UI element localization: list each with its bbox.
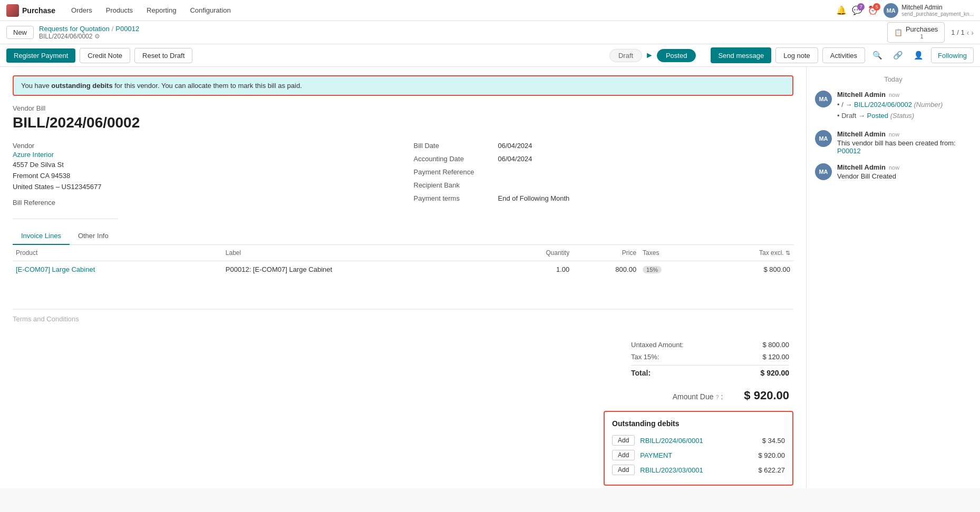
document-type: Vendor Bill [13, 104, 793, 112]
bill-reference-label: Bill Reference [13, 199, 393, 206]
bill-date-label: Bill Date [414, 142, 493, 150]
today-label: Today [815, 75, 972, 83]
chatter-avatar-2: MA [815, 163, 832, 180]
tab-other-info[interactable]: Other Info [70, 228, 117, 245]
bill-ref: BILL/2024/06/0002 [39, 33, 92, 40]
following-button[interactable]: Following [931, 47, 974, 63]
debit-ref-0[interactable]: RBILL/2024/06/0001 [640, 437, 756, 445]
prev-arrow[interactable]: ‹ [967, 28, 969, 37]
add-btn-1[interactable]: Add [612, 450, 635, 460]
row-price: 800.00 [573, 261, 639, 278]
tax-label: Tax 15%: [631, 353, 659, 361]
breadcrumb-sep: / [112, 25, 114, 33]
add-btn-2[interactable]: Add [612, 465, 635, 475]
invoice-table: Product Label Quantity Price Taxes Tax e… [13, 245, 793, 278]
sort-icon[interactable]: ⇅ [785, 250, 790, 256]
breadcrumb-current[interactable]: P00012 [115, 25, 139, 33]
debit-ref-1[interactable]: PAYMENT [640, 451, 753, 459]
breadcrumb: Requests for Quotation / P00012 BILL/202… [39, 25, 139, 40]
outstanding-row-1: Add PAYMENT $ 920.00 [612, 448, 785, 462]
tab-invoice-lines[interactable]: Invoice Lines [13, 228, 70, 245]
new-button[interactable]: New [6, 26, 34, 39]
send-message-button[interactable]: Send message [711, 47, 771, 63]
clock-icon[interactable]: ⏰5 [868, 5, 878, 15]
payment-terms-label: Payment terms [414, 194, 493, 202]
nav-products[interactable]: Products [100, 0, 139, 21]
nav-links: Orders Products Reporting Configuration [65, 0, 237, 21]
vendor-address: 4557 De Silva St Fremont CA 94538 United… [13, 160, 393, 192]
col-tax-excl: Tax excl. ⇅ [702, 245, 793, 261]
next-arrow[interactable]: › [971, 28, 974, 37]
payment-reference-label: Payment Reference [414, 168, 493, 176]
purchases-label: Purchases [906, 25, 938, 33]
total-value: $ 920.00 [761, 369, 790, 377]
status-draft: Draft [609, 49, 642, 62]
register-payment-button[interactable]: Register Payment [6, 48, 75, 63]
untaxed-value: $ 800.00 [762, 341, 789, 349]
tax-value: $ 120.00 [762, 353, 789, 361]
pagination-info: 1 / 1 [951, 28, 964, 36]
debit-ref-2[interactable]: RBILL/2023/03/0001 [640, 466, 753, 474]
nav-reporting[interactable]: Reporting [140, 0, 182, 21]
outstanding-alert: You have outstanding debits for this ven… [13, 75, 793, 96]
chatter-item-2: MA Mitchell Admin now Vendor Bill Create… [815, 163, 972, 180]
bell-icon[interactable]: 🔔 [836, 5, 847, 15]
recipient-bank-label: Recipient Bank [414, 181, 493, 189]
vendor-name[interactable]: Azure Interior [13, 151, 393, 159]
activities-button[interactable]: Activities [822, 47, 865, 63]
total-label: Total: [631, 369, 651, 377]
row-product[interactable]: [E-COM07] Large Cabinet [13, 261, 222, 278]
app-icon [6, 4, 19, 17]
purchases-button[interactable]: 📋 Purchases 1 [887, 22, 945, 43]
outstanding-debits-box: Outstanding debits Add RBILL/2024/06/000… [604, 411, 793, 486]
purchases-icon: 📋 [894, 28, 903, 36]
avatar: MA [884, 3, 898, 18]
col-taxes: Taxes [639, 245, 702, 261]
col-label: Label [222, 245, 499, 261]
chatter-time-2: now [889, 164, 899, 171]
accounting-date-label: Accounting Date [414, 155, 493, 163]
user-menu[interactable]: MA Mitchell Admin send_purchase_payment_… [884, 3, 974, 18]
log-note-button[interactable]: Log note [775, 47, 818, 63]
payment-terms-value: End of Following Month [498, 194, 570, 202]
add-btn-0[interactable]: Add [612, 435, 635, 446]
nav-orders[interactable]: Orders [65, 0, 99, 21]
chatter-name-0: Mitchell Admin [837, 91, 886, 99]
user-email: send_purchase_payment_kn... [901, 11, 974, 17]
link-icon[interactable]: 🔗 [890, 47, 906, 63]
chatter-text-2: Vendor Bill Created [837, 172, 972, 180]
credit-note-button[interactable]: Credit Note [80, 48, 130, 63]
untaxed-label: Untaxed Amount: [631, 341, 684, 349]
chatter-time-1: now [889, 131, 899, 137]
user-name: Mitchell Admin [901, 4, 974, 11]
col-product: Product [13, 245, 222, 261]
debit-amount-1: $ 920.00 [758, 451, 785, 459]
row-quantity: 1.00 [499, 261, 573, 278]
nav-configuration[interactable]: Configuration [183, 0, 237, 21]
document-title: BILL/2024/06/0002 [13, 114, 793, 131]
outstanding-row-2: Add RBILL/2023/03/0001 $ 622.27 [612, 462, 785, 477]
row-taxes: 15% [639, 261, 702, 278]
gear-icon[interactable]: ⚙ [94, 33, 100, 40]
chatter-item-0: MA Mitchell Admin now • / → BILL/2024/06… [815, 91, 972, 122]
purchases-count: 1 [906, 33, 938, 40]
bill-date: 06/04/2024 [498, 142, 532, 150]
col-price: Price [573, 245, 639, 261]
chatter-avatar-0: MA [815, 91, 832, 107]
debit-amount-2: $ 622.27 [758, 466, 785, 474]
search-icon[interactable]: 🔍 [869, 47, 886, 63]
chatter-name-2: Mitchell Admin [837, 163, 886, 171]
chatter-name-1: Mitchell Admin [837, 130, 886, 138]
breadcrumb-parent[interactable]: Requests for Quotation [39, 25, 110, 33]
amount-due-label: Amount Due ? : [673, 392, 723, 401]
debit-amount-0: $ 34.50 [762, 437, 785, 445]
user-follow-icon[interactable]: 👤 [910, 47, 927, 63]
chat-icon[interactable]: 💬7 [852, 5, 862, 15]
bill-reference-input[interactable] [13, 206, 118, 219]
outstanding-title: Outstanding debits [612, 419, 785, 428]
outstanding-row-0: Add RBILL/2024/06/0001 $ 34.50 [612, 433, 785, 448]
row-label: P00012: [E-COM07] Large Cabinet [222, 261, 499, 278]
app-title: Purchase [22, 6, 55, 15]
reset-to-draft-button[interactable]: Reset to Draft [134, 48, 192, 63]
vendor-label: Vendor [13, 142, 393, 150]
